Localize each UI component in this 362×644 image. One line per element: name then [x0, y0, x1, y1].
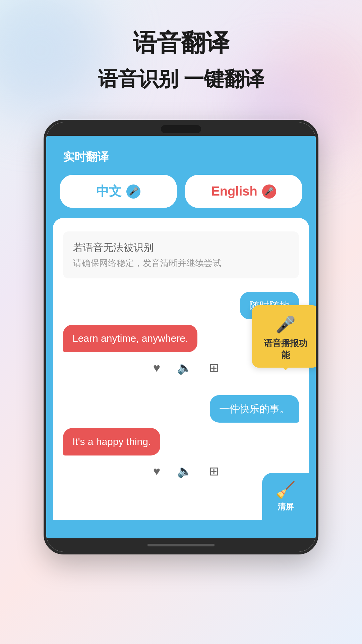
heart-icon-1[interactable]: ♥ — [153, 361, 160, 375]
heart-icon-2[interactable]: ♥ — [153, 464, 160, 478]
chinese-bubble-row-2: 一件快乐的事。 — [63, 395, 299, 423]
english-bubble-2: It's a happy thing. — [63, 428, 160, 455]
app-header: 实时翻译 — [46, 136, 316, 175]
headline-title: 语音翻译 — [133, 27, 229, 59]
chinese-lang-button[interactable]: 中文 🎤 — [60, 175, 177, 208]
speaker-icon-2[interactable]: 🔈 — [177, 464, 192, 478]
message-group-2: 一件快乐的事。 It's a happy thing. ♥ 🔈 ⊞ — [63, 395, 299, 488]
phone-bottom — [46, 538, 316, 552]
english-bubble-row-2: It's a happy thing. — [63, 428, 299, 455]
headline-subtitle: 语音识别 一键翻译 — [98, 66, 264, 93]
clear-btn-label: 清屏 — [278, 501, 294, 512]
chinese-bubble-2: 一件快乐的事。 — [210, 395, 299, 423]
language-selector-row: 中文 🎤 English 🎤 — [46, 175, 316, 218]
phone-notch — [161, 125, 201, 133]
clear-button[interactable]: 🧹 清屏 — [262, 473, 309, 520]
chat-area: 若语音无法被识别 请确保网络稳定，发音清晰并继续尝试 随时随地 Learn an… — [53, 218, 309, 520]
chinese-mic-icon: 🎤 — [126, 184, 140, 199]
english-lang-button[interactable]: English 🎤 — [185, 175, 302, 208]
english-lang-label: English — [211, 184, 257, 199]
phone-mockup: 实时翻译 中文 🎤 English 🎤 若语音无法被识别 请确保网络稳定，发音清… — [44, 120, 318, 554]
copy-icon-1[interactable]: ⊞ — [209, 361, 219, 375]
app-content: 实时翻译 中文 🎤 English 🎤 若语音无法被识别 请确保网络稳定，发音清… — [46, 136, 316, 538]
tooltip-bubble: 🎤 语音播报功能 — [252, 305, 318, 368]
hint-title: 若语音无法被识别 — [73, 241, 289, 255]
phone-home-bar — [147, 544, 215, 546]
clear-broom-icon: 🧹 — [276, 481, 296, 499]
copy-icon-2[interactable]: ⊞ — [209, 464, 219, 478]
phone-top — [46, 122, 316, 136]
hint-box: 若语音无法被识别 请确保网络稳定，发音清晰并继续尝试 — [63, 231, 299, 278]
tooltip-mic-icon: 🎤 — [262, 315, 309, 334]
chinese-lang-label: 中文 — [96, 183, 122, 200]
english-bubble-1: Learn anytime, anywhere. — [63, 325, 197, 352]
hint-subtitle: 请确保网络稳定，发音清晰并继续尝试 — [73, 257, 289, 269]
tooltip-text: 语音播报功能 — [262, 337, 309, 361]
speaker-icon-1[interactable]: 🔈 — [177, 361, 192, 375]
english-mic-icon: 🎤 — [262, 184, 276, 199]
